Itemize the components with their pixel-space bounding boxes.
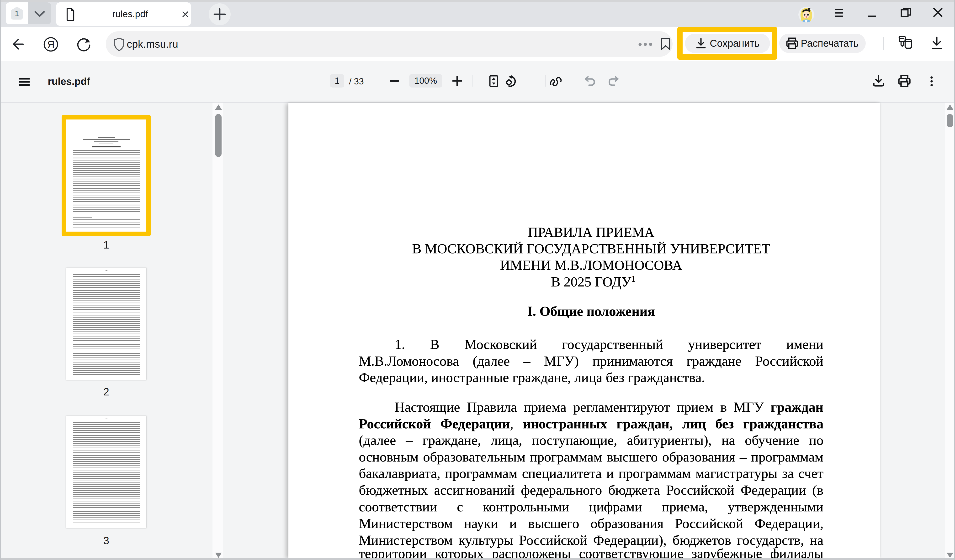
- svg-text:Я: Я: [47, 39, 55, 50]
- svg-text:1: 1: [15, 9, 19, 18]
